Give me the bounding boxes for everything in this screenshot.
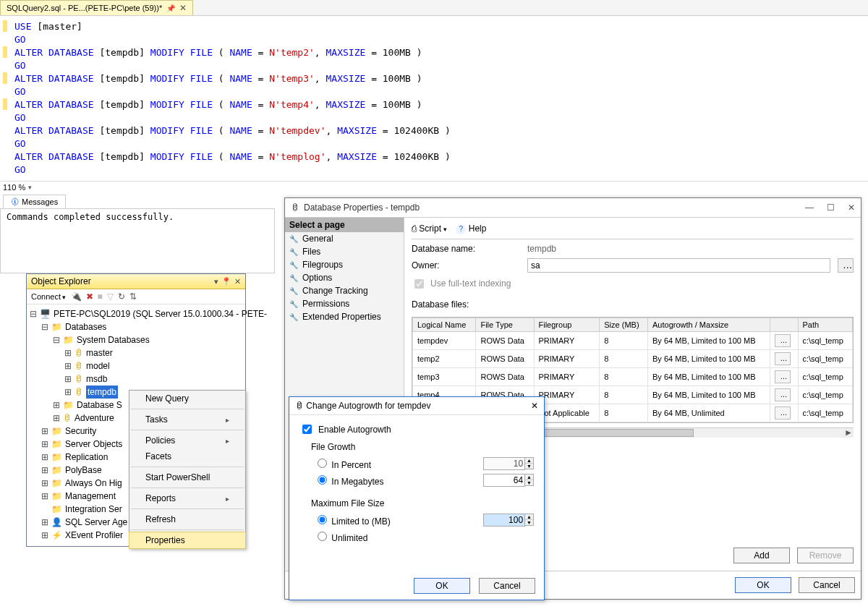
dbsnap-node[interactable]: Database S — [77, 399, 122, 412]
nav-filegroups[interactable]: 🔧Filegroups — [285, 258, 404, 271]
filter-icon[interactable]: ▽ — [107, 291, 114, 302]
expander-icon[interactable] — [64, 359, 72, 372]
close-icon[interactable]: ✕ — [848, 203, 855, 213]
file-row[interactable]: temp3ROWS DataPRIMARY8By 64 MB, Limited … — [413, 367, 853, 386]
close-icon[interactable]: ✕ — [179, 3, 187, 13]
editor-tab[interactable]: SQLQuery2.sql - PE...(PETE-PC\pete (59))… — [0, 0, 193, 15]
autogrowth-browse-button[interactable]: … — [775, 352, 791, 365]
maximize-icon[interactable]: ☐ — [827, 203, 835, 213]
expander-icon[interactable] — [41, 451, 48, 464]
nav-change-tracking[interactable]: 🔧Change Tracking — [285, 284, 404, 297]
adv-node[interactable]: Adventure — [75, 412, 114, 425]
connect-button[interactable]: Connect — [31, 292, 67, 301]
spin-up-icon[interactable]: ▲ — [525, 458, 533, 464]
expander-icon[interactable] — [41, 529, 48, 542]
autogrowth-browse-button[interactable]: … — [775, 334, 791, 347]
xevent-node[interactable]: XEvent Profiler — [65, 529, 123, 542]
plug-icon[interactable]: 🔌 — [71, 291, 82, 302]
scroll-thumb[interactable] — [535, 429, 694, 437]
expander-icon[interactable] — [64, 386, 72, 399]
stop-icon[interactable]: ■ — [98, 291, 103, 302]
integration-node[interactable]: Integration Ser — [65, 503, 122, 516]
agent-node[interactable]: SQL Server Age — [65, 516, 127, 529]
sysdb-node[interactable]: System Databases — [77, 333, 150, 346]
expander-icon[interactable] — [64, 346, 72, 359]
mb-input[interactable] — [483, 474, 525, 487]
alwayson-node[interactable]: Always On Hig — [65, 477, 122, 490]
ok-button[interactable]: OK — [735, 577, 791, 593]
server-node[interactable]: PETE-PC\SQL2019 (SQL Server 15.0.1000.34… — [54, 307, 267, 320]
unlimited-radio[interactable] — [318, 532, 327, 541]
ctx-reports[interactable]: Reports — [129, 490, 245, 506]
sql-editor[interactable]: USE [master]GOALTER DATABASE [tempdb] MO… — [0, 16, 868, 181]
percent-radio[interactable] — [318, 459, 327, 468]
db-msdb[interactable]: msdb — [86, 372, 107, 386]
ctx-new-query[interactable]: New Query — [129, 391, 245, 406]
nav-general[interactable]: 🔧General — [285, 232, 404, 245]
autogrowth-browse-button[interactable]: … — [775, 370, 791, 383]
nav-files[interactable]: 🔧Files — [285, 245, 404, 258]
mb-radio[interactable] — [318, 475, 327, 485]
polybase-node[interactable]: PolyBase — [65, 464, 102, 477]
expander-icon[interactable] — [53, 412, 60, 425]
close-icon[interactable]: ✕ — [531, 401, 538, 411]
spin-down-icon[interactable]: ▼ — [525, 480, 533, 485]
script-button[interactable]: ⎙ Script ▾ — [412, 223, 447, 234]
expander-icon[interactable] — [41, 464, 48, 477]
spin-down-icon[interactable]: ▼ — [525, 520, 533, 525]
close-icon[interactable]: ✕ — [234, 277, 241, 286]
serverobj-node[interactable]: Server Objects — [65, 438, 122, 451]
db-master[interactable]: master — [86, 346, 113, 359]
ctx-properties[interactable]: Properties — [129, 532, 246, 549]
expander-icon[interactable] — [30, 307, 37, 320]
autogrowth-browse-button[interactable]: … — [775, 406, 791, 420]
auto-ok-button[interactable]: OK — [414, 578, 470, 594]
help-button[interactable]: ? Help — [456, 223, 486, 234]
dropdown-icon[interactable]: ▾ — [214, 277, 218, 286]
replication-node[interactable]: Replication — [65, 451, 108, 464]
expander-icon[interactable] — [41, 320, 48, 333]
file-row[interactable]: tempdevROWS DataPRIMARY8By 64 MB, Limite… — [413, 331, 853, 349]
pin-icon[interactable]: 📍 — [221, 277, 231, 286]
ctx-tasks[interactable]: Tasks — [129, 412, 245, 427]
management-node[interactable]: Management — [65, 490, 116, 503]
db-tempdb[interactable]: tempdb — [86, 386, 118, 399]
nav-options[interactable]: 🔧Options — [285, 271, 404, 284]
expander-icon[interactable] — [41, 516, 48, 529]
expander-icon[interactable] — [41, 477, 48, 490]
minimize-icon[interactable]: — — [805, 203, 814, 213]
expander-icon[interactable] — [53, 333, 60, 346]
limited-input[interactable] — [483, 514, 525, 527]
file-row[interactable]: temp2ROWS DataPRIMARY8By 64 MB, Limited … — [413, 349, 853, 367]
ctx-powershell[interactable]: Start PowerShell — [129, 469, 245, 485]
databases-node[interactable]: Databases — [65, 320, 106, 333]
expander-icon[interactable] — [41, 425, 48, 438]
refresh-icon[interactable]: ↻ — [118, 291, 125, 302]
expander-icon[interactable] — [64, 372, 72, 386]
ctx-policies[interactable]: Policies — [129, 433, 245, 448]
auto-cancel-button[interactable]: Cancel — [479, 578, 535, 594]
nav-permissions[interactable]: 🔧Permissions — [285, 297, 404, 310]
expander-icon[interactable] — [41, 490, 48, 503]
disconnect-icon[interactable]: ✖ — [86, 291, 93, 302]
nav-extended-properties[interactable]: 🔧Extended Properties — [285, 310, 404, 323]
add-button[interactable]: Add — [733, 548, 790, 563]
spin-up-icon[interactable]: ▲ — [525, 474, 533, 480]
ctx-refresh[interactable]: Refresh — [129, 511, 245, 527]
enable-autogrowth-checkbox[interactable] — [302, 425, 312, 434]
owner-input[interactable] — [527, 258, 830, 273]
zoom-dropdown-icon[interactable]: ▾ — [28, 184, 32, 191]
autogrowth-browse-button[interactable]: … — [775, 388, 791, 401]
pin-icon[interactable]: 📌 — [166, 4, 175, 12]
limited-radio[interactable] — [318, 515, 327, 524]
sync-icon[interactable]: ⇅ — [129, 291, 137, 302]
expander-icon[interactable] — [53, 399, 60, 412]
spin-down-icon[interactable]: ▼ — [525, 464, 533, 469]
expander-icon[interactable] — [41, 438, 48, 451]
security-node[interactable]: Security — [65, 425, 96, 438]
cancel-button[interactable]: Cancel — [799, 577, 855, 593]
messages-tab[interactable]: 🛈Messages — [3, 195, 66, 208]
db-model[interactable]: model — [86, 359, 110, 372]
scroll-right-icon[interactable]: ► — [843, 428, 854, 438]
owner-browse-button[interactable]: … — [838, 258, 854, 273]
